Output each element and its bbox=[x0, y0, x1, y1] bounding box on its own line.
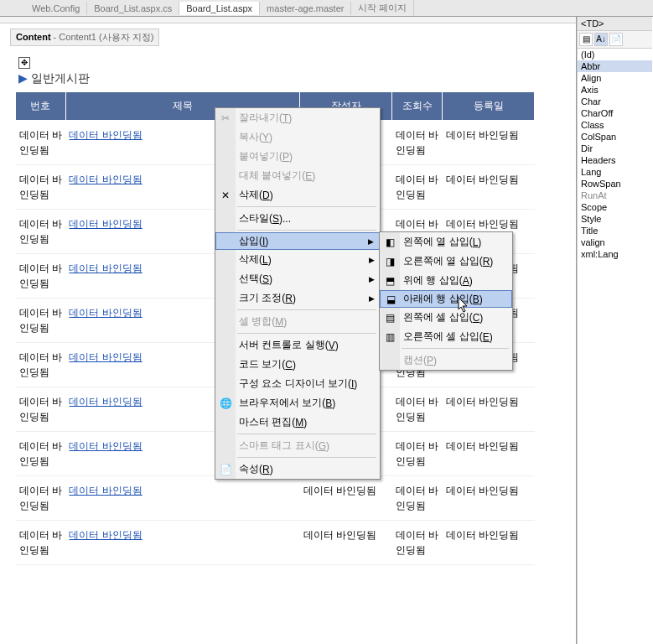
table-cell[interactable]: 데이터 바인딩됨 bbox=[443, 521, 535, 565]
menu-icon: 📄 bbox=[219, 463, 232, 476]
databound-link[interactable]: 데이터 바인딩됨 bbox=[69, 485, 142, 496]
menu-item[interactable]: 서버 컨트롤로 실행(V) bbox=[215, 335, 380, 355]
categorized-icon[interactable]: ▤ bbox=[579, 33, 593, 46]
property-row[interactable]: Align bbox=[578, 72, 652, 84]
table-cell[interactable]: 데이터 바인딩됨 bbox=[392, 521, 443, 565]
table-cell[interactable]: 데이터 바인딩됨 bbox=[443, 121, 535, 165]
table-cell[interactable]: 데이터 바인딩됨 bbox=[392, 121, 443, 165]
table-cell[interactable]: 데이터 바인딩됨 bbox=[392, 165, 443, 210]
menu-item[interactable]: 삭제(L)▶ bbox=[215, 250, 380, 269]
property-row[interactable]: Dir bbox=[578, 143, 652, 154]
menu-item: 대체 붙여넣기(E) bbox=[215, 166, 380, 185]
property-row[interactable]: ColSpan bbox=[578, 131, 652, 143]
property-row[interactable]: Class bbox=[578, 119, 652, 131]
property-row[interactable]: Headers bbox=[578, 154, 652, 166]
menu-item[interactable]: 구성 요소 디자이너 보기(I) bbox=[215, 374, 380, 393]
databound-link[interactable]: 데이터 바인딩됨 bbox=[69, 262, 142, 274]
databound-link[interactable]: 데이터 바인딩됨 bbox=[69, 351, 142, 363]
properties-panel[interactable]: <TD> ▤ A↓ 📄 (Id)AbbrAlignAxisCharCharOff… bbox=[577, 17, 652, 644]
table-cell[interactable]: 데이터 바인딩됨 bbox=[443, 387, 535, 432]
menu-item[interactable]: 삽입(I)▶ bbox=[215, 232, 380, 250]
table-cell[interactable]: 데이터 바인딩됨 bbox=[16, 521, 66, 565]
property-row[interactable]: Abbr bbox=[578, 60, 652, 72]
menu-item[interactable]: ✕삭제(D) bbox=[215, 185, 380, 205]
property-row[interactable]: (Id) bbox=[578, 49, 652, 60]
column-header: 조회수 bbox=[392, 92, 443, 121]
table-cell[interactable]: 데이터 바인딩됨 bbox=[443, 432, 535, 476]
menu-item[interactable]: 스타일(S)... bbox=[215, 209, 380, 228]
context-submenu-insert[interactable]: ◧왼쪽에 열 삽입(L)◨오른쪽에 열 삽입(R)⬒위에 행 삽입(A)⬓아래에… bbox=[379, 231, 513, 371]
design-surface[interactable]: Content - Content1 (사용자 지정) ✥ ▶일반게시판 번호제… bbox=[0, 17, 577, 644]
content-tag-label: Content bbox=[16, 32, 51, 42]
table-cell[interactable]: 데이터 바인딩됨 bbox=[16, 432, 66, 476]
properties-toolbar[interactable]: ▤ A↓ 📄 bbox=[578, 31, 652, 49]
property-row[interactable]: Lang bbox=[578, 166, 652, 178]
databound-link[interactable]: 데이터 바인딩됨 bbox=[69, 174, 142, 185]
property-row[interactable]: valign bbox=[578, 236, 652, 248]
table-cell[interactable]: 데이터 바인딩됨 bbox=[392, 432, 443, 476]
table-cell[interactable]: 데이터 바인딩됨 bbox=[300, 476, 392, 521]
menu-icon: ✂ bbox=[219, 112, 232, 125]
menu-icon: ⬒ bbox=[383, 274, 396, 288]
table-cell[interactable]: 데이터 바인딩됨 bbox=[16, 165, 66, 210]
submenu-arrow-icon: ▶ bbox=[369, 256, 375, 264]
table-cell[interactable]: 데이터 바인딩됨 bbox=[65, 476, 299, 521]
property-row[interactable]: Axis bbox=[578, 84, 652, 96]
menu-item[interactable]: 코드 보기(C) bbox=[215, 355, 380, 374]
menu-separator bbox=[237, 457, 376, 458]
menu-icon: ▤ bbox=[383, 311, 396, 325]
table-cell[interactable]: 데이터 바인딩됨 bbox=[392, 476, 443, 521]
databound-link[interactable]: 데이터 바인딩됨 bbox=[69, 129, 142, 141]
table-cell[interactable]: 데이터 바인딩됨 bbox=[443, 165, 535, 210]
table-cell[interactable]: 데이터 바인딩됨 bbox=[16, 299, 66, 343]
table-cell[interactable]: 데이터 바인딩됨 bbox=[16, 121, 66, 165]
table-cell[interactable]: 데이터 바인딩됨 bbox=[16, 210, 66, 254]
menu-item[interactable]: 📄속성(R) bbox=[215, 460, 380, 479]
menu-item[interactable]: 선택(S)▶ bbox=[215, 269, 380, 288]
property-row[interactable]: CharOff bbox=[578, 107, 652, 119]
doc-tab[interactable]: master-age.master bbox=[260, 2, 351, 15]
properties-icon[interactable]: 📄 bbox=[609, 33, 623, 46]
property-row[interactable]: Style bbox=[578, 213, 652, 225]
property-row[interactable]: Char bbox=[578, 96, 652, 107]
menu-separator bbox=[237, 230, 376, 231]
databound-link[interactable]: 데이터 바인딩됨 bbox=[69, 396, 142, 408]
databound-link[interactable]: 데이터 바인딩됨 bbox=[69, 307, 142, 319]
table-cell[interactable]: 데이터 바인딩됨 bbox=[16, 343, 66, 387]
doc-tab[interactable]: Web.Config bbox=[25, 2, 87, 15]
property-row[interactable]: xml:Lang bbox=[578, 248, 652, 260]
doc-tab[interactable]: 시작 페이지 bbox=[351, 0, 414, 16]
table-cell[interactable]: 데이터 바인딩됨 bbox=[16, 254, 66, 299]
menu-item[interactable]: 마스터 편집(M) bbox=[215, 413, 380, 432]
table-row[interactable]: 데이터 바인딩됨데이터 바인딩됨데이터 바인딩됨데이터 바인딩됨데이터 바인딩됨 bbox=[16, 521, 535, 565]
property-row[interactable]: Title bbox=[578, 225, 652, 236]
property-row[interactable]: RunAt bbox=[578, 190, 652, 201]
move-handle-icon[interactable]: ✥ bbox=[18, 57, 30, 69]
menu-separator bbox=[237, 309, 376, 310]
table-cell[interactable]: 데이터 바인딩됨 bbox=[16, 476, 66, 521]
menu-item[interactable]: 🌐브라우저에서 보기(B) bbox=[215, 393, 380, 413]
table-cell[interactable]: 데이터 바인딩됨 bbox=[16, 387, 66, 432]
alpha-sort-icon[interactable]: A↓ bbox=[594, 33, 608, 46]
doc-tab[interactable]: Board_List.aspx bbox=[179, 2, 260, 15]
property-row[interactable]: RowSpan bbox=[578, 178, 652, 190]
databound-link[interactable]: 데이터 바인딩됨 bbox=[69, 529, 142, 541]
context-menu[interactable]: ✂잘라내기(T)복사(Y)붙여넣기(P)대체 붙여넣기(E)✕삭제(D)스타일(… bbox=[215, 107, 381, 480]
menu-item[interactable]: ⬓아래에 행 삽입(B) bbox=[380, 290, 512, 308]
menu-item[interactable]: ▥오른쪽에 셀 삽입(E) bbox=[380, 327, 512, 346]
table-cell[interactable]: 데이터 바인딩됨 bbox=[392, 387, 443, 432]
menu-item[interactable]: ◧왼쪽에 열 삽입(L) bbox=[380, 232, 512, 252]
menu-item[interactable]: 크기 조정(R)▶ bbox=[215, 288, 380, 308]
content-tag[interactable]: Content - Content1 (사용자 지정) bbox=[10, 29, 159, 46]
doc-tab[interactable]: Board_List.aspx.cs bbox=[87, 2, 179, 15]
table-row[interactable]: 데이터 바인딩됨데이터 바인딩됨데이터 바인딩됨데이터 바인딩됨데이터 바인딩됨 bbox=[16, 476, 535, 521]
table-cell[interactable]: 데이터 바인딩됨 bbox=[443, 476, 535, 521]
table-cell[interactable]: 데이터 바인딩됨 bbox=[300, 521, 392, 565]
property-row[interactable]: Scope bbox=[578, 201, 652, 213]
databound-link[interactable]: 데이터 바인딩됨 bbox=[69, 218, 142, 230]
menu-item[interactable]: ▤왼쪽에 셀 삽입(C) bbox=[380, 308, 512, 327]
menu-item[interactable]: ◨오른쪽에 열 삽입(R) bbox=[380, 252, 512, 271]
table-cell[interactable]: 데이터 바인딩됨 bbox=[65, 521, 299, 565]
menu-item[interactable]: ⬒위에 행 삽입(A) bbox=[380, 271, 512, 290]
databound-link[interactable]: 데이터 바인딩됨 bbox=[69, 440, 142, 452]
